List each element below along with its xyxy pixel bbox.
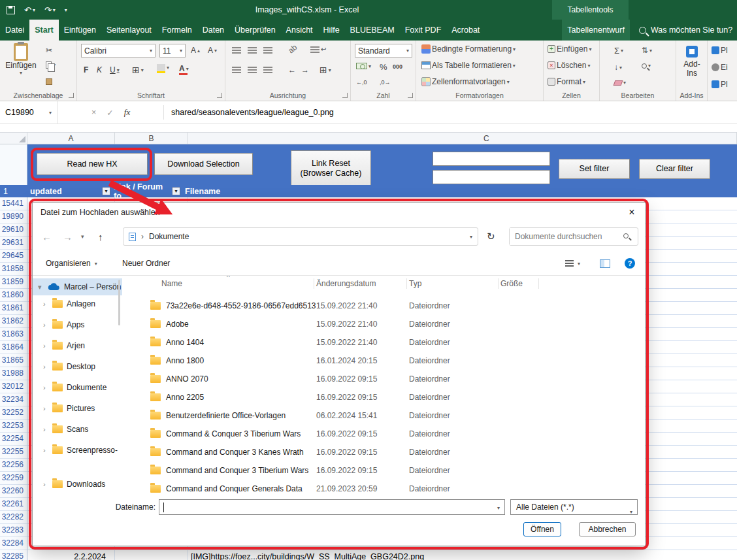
sidebar-folder-item[interactable]: › Scans xyxy=(33,421,122,438)
row-number[interactable]: 32282 xyxy=(0,511,27,524)
row-number[interactable]: 15441 xyxy=(0,197,27,210)
partial-button[interactable]: Ei xyxy=(712,63,728,72)
format-painter-button[interactable] xyxy=(46,78,52,85)
sidebar-folder-item[interactable]: › Dokumente xyxy=(33,379,122,396)
ribbon-tab[interactable]: Seitenlayout xyxy=(101,20,157,41)
align-right-button[interactable] xyxy=(263,67,272,73)
file-row[interactable]: Command and Conquer 3 Kanes Wrath 16.09.… xyxy=(122,443,645,461)
partial-button[interactable]: Pl xyxy=(712,80,728,89)
back-button[interactable]: ← xyxy=(42,222,52,251)
sort-filter-button[interactable]: ⇅▾ xyxy=(642,46,652,55)
forward-button[interactable]: → xyxy=(63,222,73,251)
italic-button[interactable]: K xyxy=(97,65,102,74)
sidebar-folder-item[interactable]: › Anlagen xyxy=(33,295,122,312)
row-number[interactable]: 32284 xyxy=(0,537,27,550)
conditional-formatting-button[interactable]: Bedingte Formatierung▾ xyxy=(421,44,516,54)
link-reset-button[interactable]: Link Reset (Browser Cache) xyxy=(291,150,371,187)
clear-button[interactable]: ▾ xyxy=(614,80,626,86)
ribbon-tab[interactable]: Formeln xyxy=(157,20,197,41)
autosum-button[interactable]: Σ▾ xyxy=(614,46,623,56)
row-number[interactable]: 32012 xyxy=(0,380,27,393)
refresh-icon[interactable]: ↻ xyxy=(487,222,495,251)
format-as-table-button[interactable]: Als Tabelle formatieren▾ xyxy=(421,61,516,70)
ribbon-tab[interactable]: Daten xyxy=(197,20,229,41)
ribbon-tab[interactable]: BLUEBEAM xyxy=(345,20,400,41)
row-number[interactable]: 32259 xyxy=(0,472,27,485)
fill-button[interactable]: ↓▾ xyxy=(614,63,622,72)
dialog-launcher-icon[interactable] xyxy=(408,93,413,98)
column-header-size[interactable]: Größe xyxy=(500,279,523,288)
file-row[interactable]: Anno 2205 16.09.2022 09:15 Dateiordner xyxy=(122,388,645,406)
underline-button[interactable]: U▾ xyxy=(110,65,120,74)
fill-color-button[interactable]: ▾ xyxy=(157,64,169,71)
view-mode-button[interactable]: ▾ xyxy=(565,251,580,276)
ribbon-tab[interactable]: Acrobat xyxy=(446,20,485,41)
address-bar[interactable]: › Dokumente ▾ xyxy=(123,227,478,246)
font-size-combo[interactable]: 11▾ xyxy=(159,44,186,58)
filter-dropdown-icon[interactable]: ▾ xyxy=(172,187,180,195)
sidebar-folder-item[interactable]: › Desktop xyxy=(33,358,122,375)
increase-decimal-button[interactable]: ←,0 xyxy=(356,79,367,86)
column-header-type[interactable]: Typ xyxy=(409,279,421,288)
insert-function-icon[interactable]: fx xyxy=(124,107,130,118)
file-row[interactable]: Command & Conquer 3 Tiberium Wars 16.09.… xyxy=(122,425,645,443)
search-input[interactable] xyxy=(510,228,621,245)
column-header-c[interactable]: C xyxy=(188,133,737,144)
number-format-combo[interactable]: Standard▾ xyxy=(355,44,412,58)
sidebar-folder-item[interactable]: › Pictures xyxy=(33,400,122,417)
font-color-button[interactable]: A▾ xyxy=(179,64,189,73)
cut-button[interactable]: ✂ xyxy=(46,46,52,55)
thousands-button[interactable]: 000 xyxy=(393,63,402,70)
ribbon-tab[interactable]: Tabellenentwurf xyxy=(562,20,630,41)
find-select-button[interactable]: ▾ xyxy=(642,63,651,69)
insert-cells-button[interactable]: +Einfügen▾ xyxy=(548,44,591,54)
align-top-button[interactable] xyxy=(232,47,241,54)
row-number[interactable]: 31858 xyxy=(0,263,27,276)
open-button[interactable]: Öffnen xyxy=(523,522,561,536)
ribbon-tab[interactable]: Start xyxy=(29,20,58,41)
row-number[interactable]: 19890 xyxy=(0,210,27,223)
row-number[interactable]: 32253 xyxy=(0,420,27,433)
orientation-button[interactable]: ab xyxy=(286,42,299,55)
row-number[interactable]: 31988 xyxy=(0,367,27,380)
dialog-launcher-icon[interactable] xyxy=(69,93,74,98)
font-name-combo[interactable]: Calibri▾ xyxy=(81,44,156,58)
filename-input[interactable]: ▾ xyxy=(159,499,505,515)
partial-button[interactable]: Pl xyxy=(712,46,728,55)
file-row[interactable]: Anno 1404 15.09.2022 21:40 Dateiordner xyxy=(122,333,645,352)
row-number[interactable]: 32252 xyxy=(0,406,27,420)
name-box[interactable]: C19890▾ xyxy=(0,101,57,124)
decrease-decimal-button[interactable]: ,0→ xyxy=(380,79,391,86)
filter-input-2[interactable] xyxy=(433,170,550,184)
cell-styles-button[interactable]: Zellenformatvorlagen▾ xyxy=(421,77,510,86)
percent-button[interactable]: % xyxy=(380,62,387,72)
file-row[interactable]: Anno 1800 16.01.2024 20:15 Dateiordner xyxy=(122,352,645,370)
row-number[interactable]: 29645 xyxy=(0,250,27,263)
paste-button[interactable]: Einfügen ▾ xyxy=(4,43,38,76)
recent-locations-icon[interactable]: ▾ xyxy=(81,222,84,251)
column-header-date[interactable]: Änderungsdatum xyxy=(316,279,376,288)
file-row[interactable]: Command and Conquer Generals Data 21.09.… xyxy=(122,480,645,495)
row-number[interactable]: 29631 xyxy=(0,237,27,250)
new-folder-button[interactable]: Neuer Ordner xyxy=(122,251,170,276)
cancel-button[interactable]: Abbrechen xyxy=(579,522,636,536)
ribbon-tab[interactable]: Foxit PDF xyxy=(400,20,447,41)
row-number[interactable]: 32260 xyxy=(0,485,27,498)
row-number[interactable]: 31865 xyxy=(0,354,27,367)
dialog-launcher-icon[interactable] xyxy=(342,93,348,98)
preview-pane-button[interactable] xyxy=(600,251,610,276)
borders-button[interactable]: ⊞▾ xyxy=(132,65,144,75)
filter-dropdown-icon[interactable]: ▾ xyxy=(102,187,110,195)
row-number[interactable]: 31862 xyxy=(0,315,27,328)
row-number[interactable]: 32261 xyxy=(0,498,27,511)
file-type-select[interactable]: Alle Dateien (*.*)▾ xyxy=(510,499,638,515)
cancel-entry-icon[interactable]: × xyxy=(91,108,96,117)
ribbon-tab[interactable]: Überprüfen xyxy=(229,20,281,41)
up-button[interactable]: ↑ xyxy=(98,222,103,251)
close-icon[interactable]: × xyxy=(619,203,645,222)
row-number[interactable]: 32255 xyxy=(0,446,27,459)
grow-font-button[interactable]: A▴ xyxy=(191,46,200,55)
wrap-text-button[interactable]: ↩ xyxy=(310,46,326,53)
confirm-entry-icon[interactable]: ✓ xyxy=(106,108,113,118)
select-all-corner[interactable] xyxy=(0,133,27,144)
